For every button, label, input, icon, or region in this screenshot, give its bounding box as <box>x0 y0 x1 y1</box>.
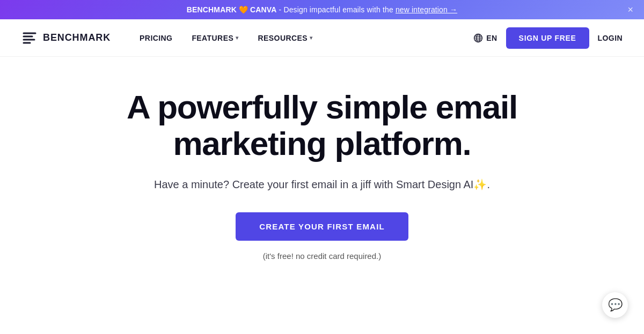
banner-brand2: CANVA <box>250 5 276 14</box>
nav-pricing[interactable]: PRICING <box>132 29 180 47</box>
navbar: BENCHMARK PRICING FEATURES ▾ RESOURCES ▾… <box>0 19 644 57</box>
resources-chevron-icon: ▾ <box>310 35 312 41</box>
banner-emoji: 🧡 <box>239 5 248 14</box>
benchmark-logo-icon <box>21 30 38 46</box>
logo-label: BENCHMARK <box>43 32 111 43</box>
hero-title: A powerfully simple email marketing plat… <box>113 89 531 162</box>
features-chevron-icon: ▾ <box>236 35 238 41</box>
hero-section: A powerfully simple email marketing plat… <box>0 57 644 282</box>
banner-link[interactable]: new integration → <box>396 5 457 14</box>
create-email-button[interactable]: CREATE YOUR FIRST EMAIL <box>236 212 408 241</box>
language-selector[interactable]: EN <box>473 33 497 43</box>
chat-icon: 💬 <box>608 298 623 312</box>
nav-resources[interactable]: RESOURCES ▾ <box>251 29 320 47</box>
nav-features[interactable]: FEATURES ▾ <box>184 29 246 47</box>
hero-subtitle: Have a minute? Create your first email i… <box>154 178 490 191</box>
nav-right: EN SIGN UP FREE LOGIN <box>473 27 623 49</box>
banner-close-button[interactable]: × <box>627 5 633 14</box>
login-button[interactable]: LOGIN <box>598 34 623 42</box>
signup-button[interactable]: SIGN UP FREE <box>506 27 589 49</box>
logo[interactable]: BENCHMARK <box>21 30 111 46</box>
banner-desc: - Design impactful emails with the <box>279 5 396 14</box>
globe-icon <box>473 33 483 43</box>
banner-brand1: BENCHMARK <box>187 5 237 14</box>
hero-note: (it's free! no credit card required.) <box>263 251 381 261</box>
banner-text: BENCHMARK 🧡 CANVA - Design impactful ema… <box>187 5 457 14</box>
language-label: EN <box>486 34 497 42</box>
chat-bubble-button[interactable]: 💬 <box>602 292 628 318</box>
nav-links: PRICING FEATURES ▾ RESOURCES ▾ <box>132 29 473 47</box>
top-banner: BENCHMARK 🧡 CANVA - Design impactful ema… <box>0 0 644 19</box>
